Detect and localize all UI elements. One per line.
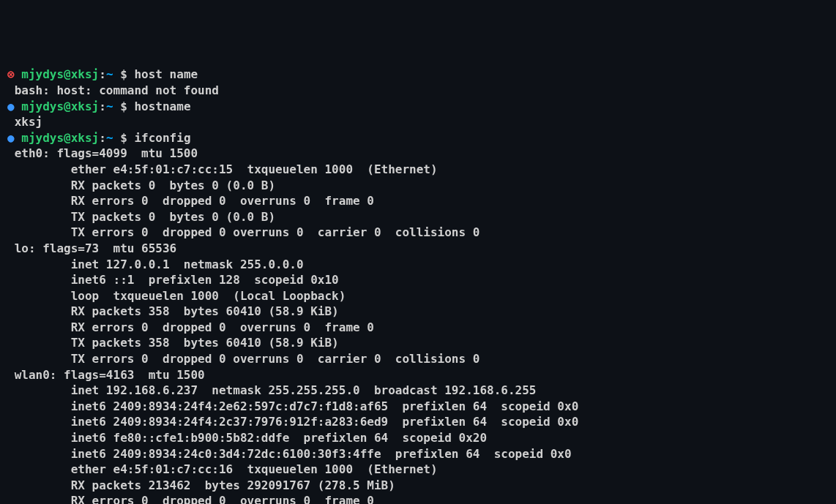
- prompt-path: ~: [106, 99, 113, 113]
- output-line: TX packets 0 bytes 0 (0.0 B): [7, 209, 829, 225]
- prompt-user: mjydys: [21, 131, 64, 145]
- output-line: RX packets 358 bytes 60410 (58.9 KiB): [7, 304, 829, 320]
- command-line: ⊗ mjydys@xksj:~ $ host name: [7, 67, 829, 83]
- output-line: inet6 fe80::cfe1:b900:5b82:ddfe prefixle…: [7, 430, 829, 446]
- output-line: RX errors 0 dropped 0 overruns 0 frame 0: [7, 193, 829, 209]
- output-line: inet6 2409:8934:24c0:3d4:72dc:6100:30f3:…: [7, 446, 829, 462]
- status-ok-icon: ●: [7, 131, 15, 145]
- command-text: hostname: [134, 99, 190, 113]
- command-line: ● mjydys@xksj:~ $ hostname: [7, 99, 829, 115]
- prompt-host: xksj: [71, 99, 100, 113]
- command-line: ● mjydys@xksj:~ $ ifconfig: [7, 130, 829, 146]
- output-line: RX errors 0 dropped 0 overruns 0 frame 0: [7, 493, 829, 504]
- prompt-symbol: $: [120, 67, 127, 81]
- terminal-output[interactable]: ⊗ mjydys@xksj:~ $ host name bash: host: …: [7, 67, 829, 504]
- output-line: RX errors 0 dropped 0 overruns 0 frame 0: [7, 320, 829, 336]
- prompt-host: xksj: [71, 131, 100, 145]
- output-line: ether e4:5f:01:c7:cc:16 txqueuelen 1000 …: [7, 462, 829, 478]
- output-line: inet 127.0.0.1 netmask 255.0.0.0: [7, 257, 829, 273]
- prompt-symbol: $: [120, 99, 127, 113]
- output-line: bash: host: command not found: [7, 83, 829, 99]
- command-text: host name: [134, 67, 198, 81]
- output-line: loop txqueuelen 1000 (Local Loopback): [7, 288, 829, 304]
- output-line: inet 192.168.6.237 netmask 255.255.255.0…: [7, 383, 829, 399]
- prompt-symbol: $: [120, 131, 127, 145]
- prompt-path: ~: [106, 67, 113, 81]
- output-line: lo: flags=73 mtu 65536: [7, 241, 829, 257]
- output-line: RX packets 213462 bytes 292091767 (278.5…: [7, 478, 829, 494]
- prompt-path: ~: [106, 131, 113, 145]
- output-line: TX errors 0 dropped 0 overruns 0 carrier…: [7, 351, 829, 367]
- output-line: TX packets 358 bytes 60410 (58.9 KiB): [7, 335, 829, 351]
- output-line: ether e4:5f:01:c7:cc:15 txqueuelen 1000 …: [7, 162, 829, 178]
- output-line: TX errors 0 dropped 0 overruns 0 carrier…: [7, 225, 829, 241]
- output-line: inet6 2409:8934:24f4:2c37:7976:912f:a283…: [7, 414, 829, 430]
- output-line: xksj: [7, 114, 829, 130]
- command-text: ifconfig: [134, 131, 190, 145]
- prompt-host: xksj: [71, 67, 100, 81]
- prompt-user: mjydys: [21, 99, 64, 113]
- prompt-user: mjydys: [21, 67, 64, 81]
- output-line: inet6 2409:8934:24f4:2e62:597c:d7c7:f1d8…: [7, 399, 829, 415]
- status-fail-icon: ⊗: [7, 67, 15, 81]
- output-line: wlan0: flags=4163 mtu 1500: [7, 367, 829, 383]
- output-line: RX packets 0 bytes 0 (0.0 B): [7, 178, 829, 194]
- output-line: inet6 ::1 prefixlen 128 scopeid 0x10: [7, 272, 829, 288]
- output-line: eth0: flags=4099 mtu 1500: [7, 146, 829, 162]
- status-ok-icon: ●: [7, 99, 15, 113]
